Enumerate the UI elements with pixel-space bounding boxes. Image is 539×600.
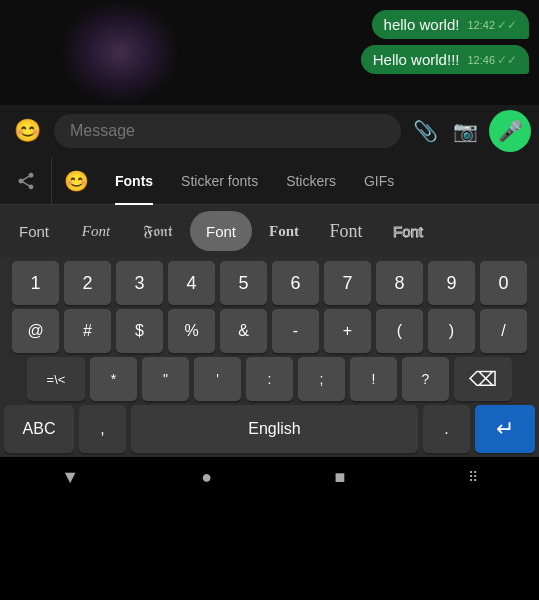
key-enter[interactable]: ↵ (475, 405, 535, 453)
key-minus[interactable]: - (272, 309, 319, 353)
camera-button[interactable]: 📷 (449, 115, 481, 147)
share-button[interactable] (0, 157, 52, 205)
key-3[interactable]: 3 (116, 261, 163, 305)
message-input[interactable] (54, 114, 401, 148)
bottom-row: ABC , English . ↵ (0, 401, 539, 457)
key-2[interactable]: 2 (64, 261, 111, 305)
key-hash[interactable]: # (64, 309, 111, 353)
bubble2-text: Hello world!!! (373, 51, 460, 68)
key-1[interactable]: 1 (12, 261, 59, 305)
key-dollar[interactable]: $ (116, 309, 163, 353)
chat-bubble-1: hello world! 12:42 ✓✓ (372, 10, 529, 39)
font-item-script[interactable]: Font (316, 211, 376, 251)
key-exclaim[interactable]: ! (350, 357, 397, 401)
emoji-button[interactable]: 😊 (8, 112, 46, 150)
tab-sticker-fonts[interactable]: Sticker fonts (167, 157, 272, 205)
key-period[interactable]: . (423, 405, 470, 453)
bubble2-time: 12:46 ✓✓ (467, 53, 517, 67)
key-colon[interactable]: : (246, 357, 293, 401)
tab-stickers[interactable]: Stickers (272, 157, 350, 205)
nav-home-button[interactable]: ● (181, 459, 232, 496)
key-star[interactable]: * (90, 357, 137, 401)
key-slash[interactable]: / (480, 309, 527, 353)
key-4[interactable]: 4 (168, 261, 215, 305)
keyboard: 1 2 3 4 5 6 7 8 9 0 @ # $ % & - + ( ) / … (0, 257, 539, 457)
bubble1-time: 12:42 ✓✓ (467, 18, 517, 32)
key-5[interactable]: 5 (220, 261, 267, 305)
nav-back-button[interactable]: ▼ (41, 459, 99, 496)
chat-area: hello world! 12:42 ✓✓ Hello world!!! 12:… (0, 0, 539, 105)
message-bar: 😊 📎 📷 🎤 (0, 105, 539, 157)
tab-fonts[interactable]: Fonts (101, 157, 167, 205)
mic-button[interactable]: 🎤 (489, 110, 531, 152)
key-dquote[interactable]: " (142, 357, 189, 401)
font-item-active[interactable]: Font (190, 211, 252, 251)
key-9[interactable]: 9 (428, 261, 475, 305)
backspace-key[interactable]: ⌫ (454, 357, 512, 401)
key-plus[interactable]: + (324, 309, 371, 353)
key-0[interactable]: 0 (480, 261, 527, 305)
font-item-outline[interactable]: Font (378, 211, 438, 251)
font-item-blackletter[interactable]: 𝔉𝔬𝔫𝔱 (128, 211, 188, 251)
key-question[interactable]: ? (402, 357, 449, 401)
tabs-container: 😊 Fonts Sticker fonts Stickers GIFs (52, 157, 539, 205)
key-7[interactable]: 7 (324, 261, 371, 305)
key-6[interactable]: 6 (272, 261, 319, 305)
font-item-serif[interactable]: Font (66, 211, 126, 251)
nav-bar: ▼ ● ■ ⠿ (0, 457, 539, 497)
font-item-bold-serif[interactable]: Font (254, 211, 314, 251)
key-at[interactable]: @ (12, 309, 59, 353)
font-item-normal[interactable]: Font (4, 211, 64, 251)
tab-bar: 😊 Fonts Sticker fonts Stickers GIFs (0, 157, 539, 205)
key-amp[interactable]: & (220, 309, 267, 353)
key-percent[interactable]: % (168, 309, 215, 353)
bubble1-text: hello world! (384, 16, 460, 33)
symbol-row: @ # $ % & - + ( ) / (0, 305, 539, 353)
key-sym-switch[interactable]: =\< (27, 357, 85, 401)
key-space[interactable]: English (131, 405, 418, 453)
chat-bubble-2: Hello world!!! 12:46 ✓✓ (361, 45, 529, 74)
key-8[interactable]: 8 (376, 261, 423, 305)
key-rparen[interactable]: ) (428, 309, 475, 353)
tab-emoji-icon[interactable]: 😊 (52, 157, 101, 205)
attach-button[interactable]: 📎 (409, 115, 441, 147)
key-abc[interactable]: ABC (4, 405, 74, 453)
key-semicolon[interactable]: ; (298, 357, 345, 401)
modifier-row: =\< * " ' : ; ! ? ⌫ (0, 353, 539, 401)
nav-recent-button[interactable]: ■ (315, 459, 366, 496)
key-comma[interactable]: , (79, 405, 126, 453)
number-row: 1 2 3 4 5 6 7 8 9 0 (0, 257, 539, 305)
nav-keyboard-button[interactable]: ⠿ (448, 461, 498, 493)
key-squote[interactable]: ' (194, 357, 241, 401)
tab-gifs[interactable]: GIFs (350, 157, 408, 205)
font-selector: Font Font 𝔉𝔬𝔫𝔱 Font Font Font Font (0, 205, 539, 257)
key-lparen[interactable]: ( (376, 309, 423, 353)
